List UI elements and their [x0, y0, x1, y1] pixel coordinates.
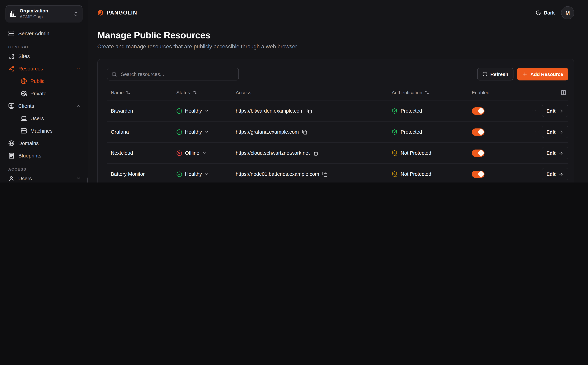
- status-label: Healthy: [185, 108, 202, 114]
- add-resource-label: Add Resource: [530, 71, 563, 77]
- enabled-toggle[interactable]: [472, 107, 485, 114]
- edit-button[interactable]: Edit: [542, 126, 568, 138]
- row-menu-button[interactable]: [531, 108, 536, 114]
- column-header-authentication[interactable]: Authentication: [388, 90, 468, 95]
- org-switcher-text: Organization ACME Corp.: [20, 8, 70, 20]
- copy-url-button[interactable]: [313, 150, 318, 155]
- sidebar-nav: Server Admin GENERAL Sites Resources Pub…: [6, 22, 82, 182]
- sidebar-item-client-users[interactable]: Users: [16, 112, 82, 125]
- enabled-toggle[interactable]: [472, 170, 485, 178]
- table-body: Bitwarden Healthy https://bitwarden.exam…: [107, 100, 568, 182]
- copy-url-button[interactable]: [302, 129, 307, 134]
- topbar: PANGOLIN Dark M: [97, 0, 574, 26]
- status-select[interactable]: Healthy: [176, 108, 209, 114]
- shield-off-icon: [392, 150, 397, 156]
- column-label: Access: [236, 90, 251, 95]
- toggle-knob: [478, 108, 484, 114]
- copy-url-button[interactable]: [322, 171, 328, 177]
- name-cell: Battery Monitor: [107, 171, 172, 177]
- edit-button[interactable]: Edit: [542, 168, 568, 180]
- status-cell: Healthy: [172, 108, 232, 114]
- avatar[interactable]: M: [561, 6, 574, 19]
- search-box: [107, 68, 239, 80]
- table-row: Battery Monitor Healthy https://node01.b…: [107, 164, 568, 182]
- column-settings-button[interactable]: [561, 90, 566, 95]
- row-menu-button[interactable]: [531, 129, 536, 135]
- column-label: Status: [176, 90, 190, 95]
- sidebar-item-resources[interactable]: Resources: [6, 63, 82, 75]
- column-label: Authentication: [392, 90, 422, 95]
- name-cell: Nextcloud: [107, 150, 172, 156]
- org-switcher-value: ACME Corp.: [20, 14, 70, 20]
- user-icon: [8, 175, 14, 182]
- status-select[interactable]: Offline: [176, 150, 206, 156]
- row-menu-button[interactable]: [531, 150, 536, 156]
- row-menu-button[interactable]: [531, 171, 536, 177]
- shield-check-icon: [392, 129, 397, 135]
- edit-button[interactable]: Edit: [542, 105, 568, 117]
- resource-url: https://node01.batteries.example.com: [236, 171, 319, 177]
- circle-check-icon: [176, 108, 182, 114]
- name-cell: Grafana: [107, 129, 172, 135]
- enabled-cell: [468, 128, 506, 135]
- enabled-cell: [468, 107, 506, 114]
- page-title: Manage Public Resources: [97, 30, 574, 41]
- edit-label: Edit: [547, 108, 556, 114]
- ellipsis-icon: [531, 171, 536, 177]
- sidebar-item-clients[interactable]: Clients: [6, 100, 82, 112]
- sidebar-item-server-admin[interactable]: Server Admin: [6, 27, 82, 40]
- enabled-toggle[interactable]: [472, 128, 485, 135]
- toggle-knob: [478, 150, 484, 156]
- main-area: PANGOLIN Dark M Manage Public Resources …: [88, 0, 588, 182]
- status-select[interactable]: Healthy: [176, 171, 209, 177]
- globe-lock-icon: [21, 91, 27, 97]
- clients-subgroup: Users Machines: [16, 112, 82, 137]
- arrow-right-icon: [558, 108, 563, 113]
- globe-icon: [21, 78, 27, 84]
- auth-cell: Not Protected: [388, 171, 468, 177]
- resource-name: Bitwarden: [111, 108, 133, 114]
- pangolin-logo-icon: [97, 10, 103, 16]
- refresh-button[interactable]: Refresh: [477, 68, 513, 80]
- sidebar-item-domains[interactable]: Domains: [6, 137, 82, 149]
- sidebar-item-sites[interactable]: Sites: [6, 50, 82, 63]
- edit-button[interactable]: Edit: [542, 147, 568, 159]
- server-icon: [21, 128, 27, 134]
- sidebar-item-machines[interactable]: Machines: [16, 125, 82, 137]
- copy-url-button[interactable]: [307, 108, 312, 113]
- status-cell: Healthy: [172, 171, 232, 177]
- copy-icon: [322, 171, 328, 177]
- table-row: Nextcloud Offline https://cloud.schwartz…: [107, 143, 568, 164]
- enabled-toggle[interactable]: [472, 149, 485, 157]
- moon-icon: [536, 10, 541, 15]
- access-cell: https://bitwarden.example.com: [232, 108, 388, 114]
- column-header-status[interactable]: Status: [172, 90, 232, 95]
- add-resource-button[interactable]: Add Resource: [517, 68, 568, 80]
- org-switcher[interactable]: Organization ACME Corp.: [6, 5, 82, 22]
- actions-cell: Edit: [506, 105, 568, 117]
- chevron-down-icon: [202, 151, 206, 155]
- sidebar-scrollbar[interactable]: [87, 177, 88, 182]
- sidebar-item-blueprints[interactable]: Blueprints: [6, 149, 82, 162]
- theme-toggle[interactable]: Dark: [536, 10, 555, 15]
- copy-icon: [302, 129, 307, 134]
- circle-check-icon: [176, 129, 182, 135]
- column-header-name[interactable]: Name: [107, 90, 172, 95]
- search-input[interactable]: [120, 71, 234, 77]
- sidebar-item-label: Server Admin: [18, 31, 49, 36]
- resource-name: Grafana: [111, 129, 129, 135]
- status-select[interactable]: Healthy: [176, 129, 209, 135]
- table-row: Bitwarden Healthy https://bitwarden.exam…: [107, 100, 568, 122]
- resources-card: Refresh Add Resource Name Status: [97, 59, 574, 182]
- sidebar-item-users[interactable]: Users: [6, 172, 82, 182]
- ellipsis-icon: [531, 108, 536, 114]
- sidebar-item-label: Private: [30, 91, 46, 97]
- sidebar-item-private[interactable]: Private: [16, 87, 82, 100]
- actions-cell: Edit: [506, 168, 568, 180]
- sidebar-item-public[interactable]: Public: [16, 75, 82, 87]
- chevron-down-icon: [205, 172, 209, 176]
- brand-logo[interactable]: PANGOLIN: [97, 10, 137, 16]
- sidebar-item-label: Public: [30, 78, 45, 84]
- plus-icon: [522, 71, 528, 77]
- topbar-right: Dark M: [536, 6, 574, 19]
